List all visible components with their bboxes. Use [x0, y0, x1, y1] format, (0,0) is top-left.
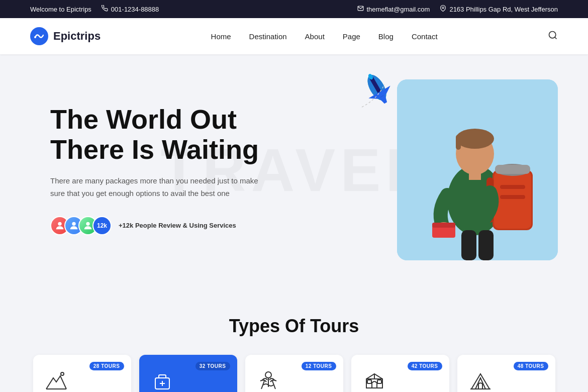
- tour-card-adventure[interactable]: 28 TOURS Adventure Thrilling activities …: [33, 355, 131, 392]
- hero-right: [304, 79, 558, 260]
- phone-text: 001-1234-88888: [111, 6, 159, 13]
- email-text: themeflat@gmail.com: [367, 6, 430, 13]
- svg-rect-18: [456, 135, 461, 150]
- wildlife-icon: [362, 369, 438, 392]
- svg-line-4: [555, 37, 557, 39]
- svg-rect-21: [494, 171, 531, 229]
- nav-page[interactable]: Page: [343, 32, 360, 41]
- nav-contact[interactable]: Contact: [412, 32, 438, 41]
- tour-cards-container: 28 TOURS Adventure Thrilling activities …: [30, 355, 558, 392]
- tent-icon: [468, 369, 544, 392]
- suitcase-icon: [150, 369, 226, 392]
- svg-rect-31: [478, 230, 494, 260]
- topbar: Welcome to Epictrips 001-1234-88888 them…: [0, 0, 588, 18]
- svg-point-13: [86, 222, 89, 226]
- welcome-item: Welcome to Epictrips: [30, 6, 91, 13]
- svg-rect-26: [495, 165, 530, 174]
- hero-section: TRAVEL The World Out There Is Waiting Th…: [0, 54, 588, 285]
- phone-item: 001-1234-88888: [102, 5, 159, 13]
- topbar-left: Welcome to Epictrips 001-1234-88888: [30, 5, 159, 13]
- plane-decoration: [357, 69, 402, 117]
- svg-rect-19: [469, 171, 481, 180]
- address-text: 2163 Phillips Gap Rd, West Jefferson: [449, 6, 558, 13]
- logo-icon: [30, 27, 48, 45]
- tour-card-wildlife[interactable]: 42 TOURS Wildlife Observe animals in the…: [351, 355, 449, 392]
- tours-title: Types Of Tours: [30, 316, 558, 337]
- navbar: Epictrips Home Destination About Page Bl…: [0, 18, 588, 54]
- address-item: 2163 Phillips Gap Rd, West Jefferson: [440, 5, 558, 13]
- svg-point-32: [61, 372, 64, 375]
- location-icon: [440, 5, 446, 13]
- hero-left: The World Out There Is Waiting There are…: [50, 105, 304, 235]
- avatar-count: 12k: [92, 216, 112, 235]
- nav-about[interactable]: About: [305, 32, 325, 41]
- hero-person-svg: [397, 79, 558, 260]
- email-item: themeflat@gmail.com: [357, 5, 430, 13]
- svg-rect-42: [367, 380, 371, 383]
- hero-image: [397, 79, 558, 260]
- svg-rect-29: [432, 223, 455, 228]
- welcome-text: Welcome to Epictrips: [30, 6, 91, 13]
- mountain-icon: [44, 369, 120, 392]
- svg-rect-24: [500, 195, 525, 199]
- topbar-right: themeflat@gmail.com 2163 Phillips Gap Rd…: [357, 5, 558, 13]
- beach-icon: [256, 369, 332, 392]
- svg-point-11: [58, 222, 61, 226]
- nav-home[interactable]: Home: [211, 32, 231, 41]
- tour-badge-adventure: 28 TOURS: [89, 362, 124, 370]
- search-button[interactable]: [548, 30, 558, 42]
- review-text: +12k People Review & Using Services: [119, 221, 236, 231]
- tour-badge-beach: 12 TOURS: [302, 362, 336, 370]
- avatar-group: 12k: [50, 216, 112, 235]
- svg-rect-23: [500, 185, 525, 189]
- tour-card-beach[interactable]: 12 TOURS Beach Relax on sandy shores and…: [245, 355, 343, 392]
- nav-links: Home Destination About Page Blog Contact: [211, 32, 438, 41]
- nav-destination[interactable]: Destination: [249, 32, 287, 41]
- svg-point-12: [72, 222, 75, 226]
- svg-rect-43: [377, 380, 381, 383]
- svg-rect-30: [461, 230, 476, 260]
- tours-section: Types Of Tours 28 TOURS Adventure Thrill…: [0, 285, 588, 392]
- tour-card-camping[interactable]: 48 TOURS Camping Enjoy outdoor living wi…: [457, 355, 555, 392]
- svg-point-3: [549, 32, 556, 38]
- logo-text: Epictrips: [53, 30, 101, 43]
- tour-badge-camping: 48 TOURS: [514, 362, 548, 370]
- tour-badge-discovery: 32 TOURS: [195, 362, 230, 370]
- svg-point-36: [265, 372, 271, 378]
- svg-point-2: [34, 36, 36, 38]
- nav-blog[interactable]: Blog: [378, 32, 394, 41]
- phone-icon: [102, 5, 108, 13]
- svg-point-0: [442, 7, 444, 9]
- svg-marker-45: [471, 374, 489, 389]
- email-icon: [357, 5, 364, 13]
- svg-point-17: [456, 129, 494, 149]
- logo[interactable]: Epictrips: [30, 27, 101, 45]
- tour-badge-wildlife: 42 TOURS: [408, 362, 442, 370]
- tour-card-discovery[interactable]: 32 TOURS Discovery Explore new places an…: [139, 355, 237, 392]
- hero-reviews: 12k +12k People Review & Using Services: [50, 216, 304, 235]
- hero-title: The World Out There Is Waiting: [50, 105, 304, 164]
- hero-subtitle: There are many packages more than you ne…: [50, 174, 261, 200]
